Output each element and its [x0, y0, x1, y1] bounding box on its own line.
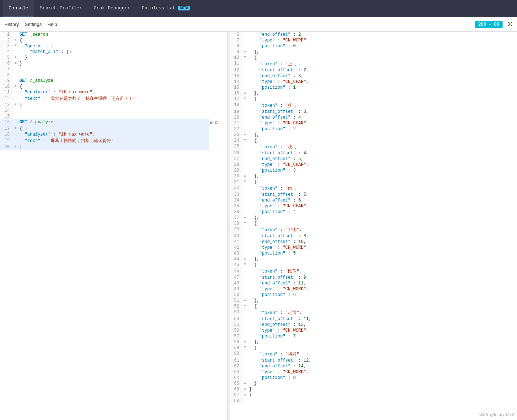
output-fold-icon: [242, 333, 247, 339]
editor-line: 12 "text" : "我实在是太帅了，我真牛逼啊，还有谁！！！": [0, 95, 227, 102]
output-line-content: {: [247, 138, 517, 143]
tab-grok-debugger[interactable]: Grok Debugger: [88, 0, 136, 17]
output-line-number: 43: [229, 251, 242, 256]
output-line-content: "position" : 4: [247, 209, 517, 215]
output-pane[interactable]: 6 "end_offset" : 2,7 "type" : "CN_WORD",…: [229, 32, 517, 420]
output-line-number: 51: [229, 298, 242, 304]
output-fold-icon: [242, 233, 247, 239]
copy-icon[interactable]: ⧉: [215, 120, 218, 125]
output-line-content: },: [247, 215, 517, 221]
output-fold-icon[interactable]: ▲: [242, 49, 247, 55]
output-line: 51▲ },: [229, 298, 517, 304]
output-fold-icon[interactable]: ▼: [242, 262, 247, 268]
line-content: [18, 114, 209, 119]
output-line: 30▲ },: [229, 173, 517, 179]
fold-icon[interactable]: ▼: [13, 37, 18, 43]
output-line-content: },: [247, 339, 517, 345]
output-line: 7 "type" : "CN_WORD",: [229, 37, 517, 43]
output-fold-icon[interactable]: ▼: [242, 179, 247, 185]
fold-icon[interactable]: ▼: [13, 84, 18, 89]
output-line: 27 "end_offset" : 5,: [229, 156, 517, 162]
editor-line: 20▲}: [0, 144, 227, 150]
output-line: 17▼ {: [229, 96, 517, 102]
output-fold-icon[interactable]: ▼: [242, 96, 247, 102]
output-fold-icon[interactable]: ▼: [242, 304, 247, 309]
line-content: "query" : {: [18, 43, 209, 49]
line-content: "analyzer" : "ik_max_word",: [18, 89, 209, 95]
fold-icon[interactable]: ▼: [13, 126, 18, 132]
output-line-number: 39: [229, 226, 242, 233]
output-line-number: 37: [229, 215, 242, 221]
editor-pane[interactable]: 1GET _search2▼{3▼ "query" : {4 "match_al…: [0, 32, 227, 420]
output-fold-icon[interactable]: ▲: [242, 381, 247, 386]
output-line-number: 18: [229, 102, 242, 109]
output-line-number: 38: [229, 221, 242, 226]
output-fold-icon[interactable]: ▲: [242, 256, 247, 262]
output-line: 22 "position" : 2: [229, 126, 517, 132]
output-fold-icon: [242, 85, 247, 90]
line-content: {: [18, 126, 209, 132]
editor-line: 11 "analyzer" : "ik_max_word",: [0, 89, 227, 95]
help-button[interactable]: Help: [47, 20, 57, 28]
output-line-number: 13: [229, 73, 242, 79]
output-fold-icon[interactable]: ▲: [242, 392, 247, 398]
output-fold-icon[interactable]: ▲: [242, 132, 247, 138]
output-line: 39 "token" : "都比",: [229, 226, 517, 233]
output-line-number: 7: [229, 37, 242, 43]
output-fold-icon[interactable]: ▼: [242, 138, 247, 143]
run-icon[interactable]: ▶: [210, 120, 213, 125]
output-fold-icon[interactable]: ▼: [242, 55, 247, 61]
output-line-content: "type" : "CN_CHAR",: [247, 162, 517, 168]
output-line: 52▼ {: [229, 304, 517, 309]
output-line: 36 "position" : 4: [229, 209, 517, 215]
output-line: 64 "position" : 8: [229, 375, 517, 381]
fold-icon[interactable]: ▲: [13, 144, 18, 150]
output-line-content: }: [247, 392, 517, 398]
tab-painless-lab[interactable]: Painless Lab BETA: [136, 0, 196, 17]
tab-painless-lab-label: Painless Lab: [142, 5, 176, 11]
output-fold-icon[interactable]: ▼: [242, 345, 247, 351]
output-fold-icon[interactable]: ▲: [242, 90, 247, 96]
output-line-number: 34: [229, 198, 242, 203]
output-fold-icon[interactable]: ▲: [242, 298, 247, 304]
output-line: 55 "end_offset" : 13,: [229, 322, 517, 328]
output-line-content: "start_offset" : 4,: [247, 150, 517, 156]
output-fold-icon[interactable]: ▲: [242, 386, 247, 392]
output-fold-icon[interactable]: ▼: [242, 221, 247, 226]
main-area: 1GET _search2▼{3▼ "query" : {4 "match_al…: [0, 32, 517, 420]
output-line-content: {: [247, 345, 517, 351]
output-fold-icon[interactable]: ▲: [242, 339, 247, 345]
fold-icon[interactable]: ▲: [13, 102, 18, 108]
history-button[interactable]: History: [4, 20, 19, 28]
fold-icon[interactable]: ▲: [13, 61, 18, 66]
output-line-number: 63: [229, 369, 242, 375]
output-line-content: "position" : 0: [247, 43, 517, 49]
output-line-content: "token" : "玩得",: [247, 309, 517, 316]
output-line-number: 14: [229, 79, 242, 85]
tab-console[interactable]: Console: [3, 0, 34, 17]
output-fold-icon[interactable]: ▲: [242, 173, 247, 179]
editor-line: 7: [0, 66, 227, 72]
response-time: 83: [508, 22, 513, 27]
settings-button[interactable]: Settings: [25, 20, 41, 28]
output-line: 38▼ {: [229, 221, 517, 226]
output-line: 21 "type" : "CN_CHAR",: [229, 120, 517, 126]
editor-line: 15: [0, 114, 227, 119]
output-line-number: 44: [229, 256, 242, 262]
output-fold-icon: [242, 37, 247, 43]
output-line: 62 "end_offset" : 14,: [229, 363, 517, 369]
output-line-number: 30: [229, 173, 242, 179]
output-fold-icon: [242, 109, 247, 115]
output-fold-icon[interactable]: ▲: [242, 215, 247, 221]
output-line-content: "token" : "得好",: [247, 351, 517, 358]
fold-icon[interactable]: ▼: [13, 43, 18, 49]
tab-search-profiler[interactable]: Search Profiler: [34, 0, 88, 17]
output-line-content: "type" : "CN_CHAR",: [247, 79, 517, 85]
output-line-content: "type" : "CN_CHAR",: [247, 120, 517, 126]
output-line-number: 28: [229, 162, 242, 168]
output-line-content: "start_offset" : 3,: [247, 109, 517, 115]
editor-line: 4 "match_all" : {}: [0, 49, 227, 55]
output-line: 58▲ },: [229, 339, 517, 345]
output-line: 63 "type" : "CN_WORD",: [229, 369, 517, 375]
fold-icon[interactable]: ▲: [13, 55, 18, 61]
